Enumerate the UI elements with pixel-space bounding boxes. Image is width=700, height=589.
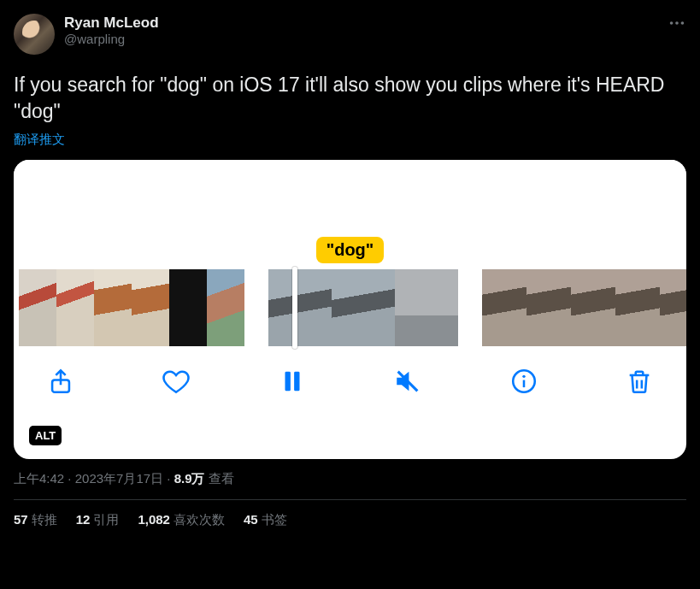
translate-link[interactable]: 翻译推文	[14, 132, 65, 148]
thumbnail	[526, 269, 571, 346]
user-block[interactable]: Ryan McLeod @warpling	[64, 14, 159, 48]
meta-sep: ·	[64, 471, 75, 486]
media-top-spacer	[14, 160, 686, 233]
thumbnail	[132, 269, 169, 346]
tweet-container: Ryan McLeod @warpling If you search for …	[0, 0, 700, 528]
display-name: Ryan McLeod	[64, 14, 159, 32]
search-tag-row: "dog"	[14, 233, 686, 267]
clip-group-3	[482, 269, 686, 346]
avatar[interactable]	[14, 14, 55, 55]
meta-date[interactable]: 2023年7月17日	[75, 471, 163, 486]
search-tag: "dog"	[316, 237, 385, 263]
media-image[interactable]: "dog"	[14, 160, 686, 459]
more-icon[interactable]	[668, 14, 686, 32]
thumbnail	[207, 269, 244, 346]
clip-group-2	[268, 269, 458, 346]
media-toolbar	[14, 348, 686, 396]
stat-bookmarks[interactable]: 45书签	[244, 512, 287, 528]
tweet-text: If you search for "dog" on iOS 17 it'll …	[14, 72, 686, 125]
playhead[interactable]	[292, 267, 297, 349]
tweet-header: Ryan McLeod @warpling	[14, 14, 686, 55]
user-handle: @warpling	[64, 32, 159, 48]
thumbnail	[19, 269, 56, 346]
meta-views-count: 8.9万	[174, 471, 205, 486]
heart-icon[interactable]	[162, 367, 191, 396]
meta-sep2: ·	[163, 471, 174, 486]
stat-likes[interactable]: 1,082喜欢次数	[138, 512, 225, 528]
alt-badge[interactable]: ALT	[29, 426, 62, 445]
thumbnail	[395, 269, 458, 346]
stat-quotes[interactable]: 12引用	[76, 512, 120, 528]
thumbnail	[660, 269, 686, 346]
filmstrip	[14, 267, 686, 348]
svg-point-0	[670, 21, 674, 25]
svg-rect-4	[285, 372, 290, 392]
mute-icon[interactable]	[393, 367, 422, 396]
svg-point-8	[522, 375, 525, 378]
info-icon[interactable]	[509, 367, 538, 396]
meta-time[interactable]: 上午4:42	[14, 471, 64, 486]
tweet-stats: 57转推 12引用 1,082喜欢次数 45书签	[14, 500, 686, 528]
thumbnail	[332, 269, 395, 346]
clip-group-1	[19, 269, 244, 346]
thumbnail	[268, 269, 332, 346]
trash-icon[interactable]	[625, 367, 654, 396]
thumbnail	[571, 269, 615, 346]
svg-point-1	[675, 21, 679, 25]
thumbnail	[169, 269, 207, 346]
thumbnail	[94, 269, 132, 346]
svg-point-2	[681, 21, 685, 25]
pause-icon[interactable]	[278, 367, 307, 396]
meta-views-suffix: 查看	[205, 471, 234, 486]
thumbnail	[56, 269, 94, 346]
share-icon[interactable]	[46, 367, 75, 396]
tweet-meta: 上午4:42 · 2023年7月17日 · 8.9万 查看	[14, 471, 686, 487]
thumbnail	[615, 269, 660, 346]
stat-retweets[interactable]: 57转推	[14, 512, 57, 528]
svg-rect-5	[294, 372, 299, 392]
thumbnail	[482, 269, 526, 346]
